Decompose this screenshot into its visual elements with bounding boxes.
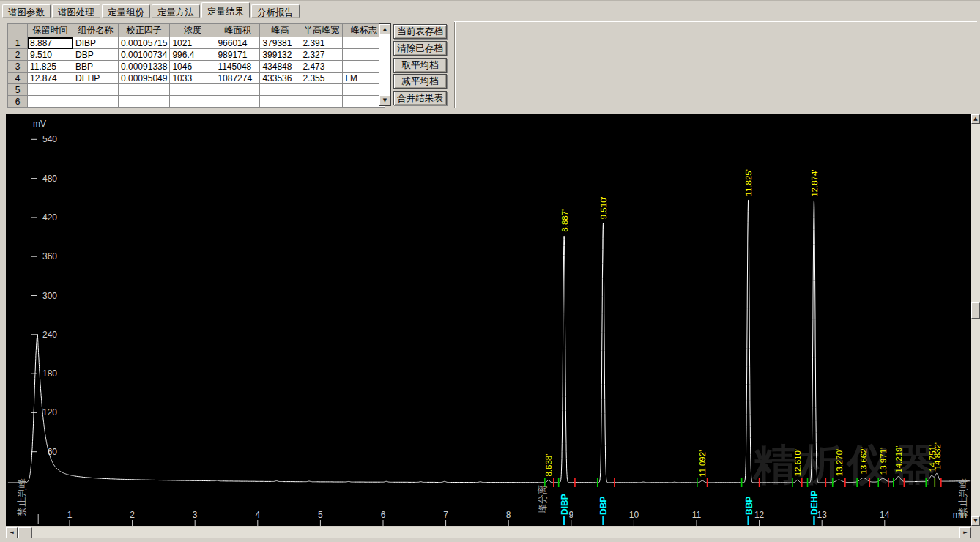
table-cell[interactable]: 434848 bbox=[260, 61, 300, 73]
component-name-label: DBP bbox=[598, 497, 609, 515]
table-cell[interactable]: 2.473 bbox=[300, 61, 343, 73]
row-header[interactable]: 3 bbox=[8, 61, 28, 73]
table-cell[interactable] bbox=[170, 96, 215, 108]
x-axis-tick-label: 1 bbox=[67, 510, 73, 520]
x-axis-tick-label: 5 bbox=[318, 510, 323, 520]
row-header[interactable]: 1 bbox=[8, 37, 28, 49]
x-axis-tick-label: 12 bbox=[754, 510, 765, 520]
table-cell[interactable]: 0.00091338 bbox=[119, 61, 170, 73]
table-cell[interactable]: 1087274 bbox=[215, 73, 260, 84]
table-cell[interactable]: 433536 bbox=[260, 73, 300, 84]
table-corner bbox=[8, 24, 28, 37]
table-cell[interactable]: DEHP bbox=[73, 73, 119, 84]
table-cell[interactable] bbox=[28, 84, 73, 96]
table-scrollbar[interactable]: ▲ ▼ bbox=[379, 23, 391, 106]
tab-quant-method[interactable]: 定量方法 bbox=[152, 4, 200, 18]
table-cell[interactable]: 399132 bbox=[260, 49, 300, 61]
retention-time-label: 12.874' bbox=[810, 169, 819, 196]
y-axis-tick-label: 180 bbox=[42, 368, 57, 379]
table-cell[interactable] bbox=[170, 84, 215, 96]
table-cell[interactable] bbox=[215, 84, 260, 96]
tab-spectrum-params[interactable]: 谱图参数 bbox=[2, 4, 51, 18]
tab-analysis-report[interactable]: 分析报告 bbox=[251, 4, 300, 18]
x-axis-tick-label: 6 bbox=[381, 510, 386, 520]
table-cell[interactable]: 2.355 bbox=[300, 73, 343, 84]
column-header: 保留时间 bbox=[28, 24, 73, 37]
tab-spectrum-processing[interactable]: 谱图处理 bbox=[52, 4, 100, 18]
retention-time-label: 8.887' bbox=[560, 209, 569, 232]
table-cell[interactable]: 379381 bbox=[260, 37, 300, 49]
plot-hscroll-thumb[interactable] bbox=[18, 527, 32, 538]
table-cell[interactable] bbox=[260, 84, 300, 96]
plot-scroll-left-button[interactable]: ◄ bbox=[6, 527, 18, 538]
row-header[interactable]: 6 bbox=[8, 96, 28, 108]
column-header: 浓度 bbox=[170, 24, 215, 37]
button-save-current-table[interactable]: 当前表存档 bbox=[393, 24, 447, 39]
triangle-down-icon: ▼ bbox=[383, 98, 387, 103]
vendor-watermark: 精析仪器 bbox=[751, 440, 940, 488]
button-subtract-average[interactable]: 减平均档 bbox=[393, 74, 447, 89]
chromatography-workstation-window: { "tabs": { "active_index": 4, "items": … bbox=[0, 0, 980, 542]
table-scroll-down-button[interactable]: ▼ bbox=[379, 95, 390, 105]
y-axis-tick-label: 120 bbox=[42, 407, 57, 417]
tab-quant-components[interactable]: 定量组份 bbox=[102, 4, 150, 18]
peak-separation-label: 峰分离 bbox=[537, 485, 548, 513]
table-cell[interactable]: 989171 bbox=[215, 49, 260, 61]
chromatogram-zone: 精析仪器mV6012018024030036042048054012345678… bbox=[0, 111, 980, 542]
plot-vertical-scrollbar[interactable]: ▲ ▼ bbox=[971, 114, 980, 526]
table-cell[interactable]: 9.510 bbox=[28, 49, 73, 61]
table-cell[interactable]: 2.391 bbox=[300, 37, 343, 49]
table-cell[interactable]: 996.4 bbox=[170, 49, 215, 61]
x-axis-tick-label: 4 bbox=[255, 510, 260, 520]
y-axis-tick-label: 240 bbox=[42, 330, 57, 340]
table-cell[interactable]: 966014 bbox=[215, 37, 260, 49]
chromatogram-plot[interactable]: 精析仪器mV6012018024030036042048054012345678… bbox=[6, 114, 971, 526]
table-cell[interactable]: 2.327 bbox=[300, 49, 343, 61]
row-header[interactable]: 2 bbox=[8, 49, 28, 61]
table-cell[interactable] bbox=[73, 84, 119, 96]
table-cell[interactable]: 0.00105715 bbox=[119, 37, 170, 49]
plot-scroll-right-button[interactable]: ► bbox=[959, 527, 971, 538]
triangle-up-icon: ▲ bbox=[383, 27, 387, 32]
table-cell[interactable] bbox=[260, 96, 300, 108]
table-cell[interactable]: 12.874 bbox=[28, 73, 73, 84]
table-cell[interactable]: 1033 bbox=[170, 73, 215, 84]
retention-time-label: 11.825' bbox=[744, 169, 753, 196]
component-name-label: BBP bbox=[744, 497, 754, 515]
plot-horizontal-scrollbar[interactable]: ◄ ► bbox=[6, 527, 971, 538]
triangle-right-icon: ► bbox=[963, 530, 967, 535]
table-cell[interactable]: 1046 bbox=[170, 61, 215, 73]
table-cell[interactable]: 0.00095049 bbox=[119, 73, 170, 84]
button-take-average[interactable]: 取平均档 bbox=[393, 58, 447, 73]
plot-scroll-down-button[interactable]: ▼ bbox=[971, 516, 980, 526]
table-cell[interactable]: 1145048 bbox=[215, 61, 260, 73]
table-cell[interactable] bbox=[28, 96, 73, 108]
table-cell[interactable] bbox=[73, 96, 119, 108]
table-cell[interactable]: 8.887 bbox=[28, 37, 73, 49]
table-cell[interactable] bbox=[215, 96, 260, 108]
retention-time-label: 9.510' bbox=[599, 196, 608, 219]
table-row: 5 bbox=[8, 84, 385, 96]
row-header[interactable]: 5 bbox=[8, 84, 28, 96]
row-header[interactable]: 4 bbox=[8, 73, 28, 84]
plot-vscroll-thumb[interactable] bbox=[971, 302, 980, 319]
table-cell[interactable]: 0.00100734 bbox=[119, 49, 170, 61]
table-cell[interactable] bbox=[300, 84, 343, 96]
table-cell[interactable] bbox=[119, 96, 170, 108]
table-scroll-up-button[interactable]: ▲ bbox=[379, 24, 390, 34]
table-cell[interactable] bbox=[300, 96, 343, 108]
results-table-body: 18.887DIBP0.0010571510219660143793812.39… bbox=[8, 37, 385, 108]
no-peak-zone-label-right: 禁止判峰 bbox=[957, 478, 968, 516]
table-cell[interactable]: DIBP bbox=[73, 37, 119, 49]
table-cell[interactable]: 11.825 bbox=[28, 61, 73, 73]
table-cell[interactable]: 1021 bbox=[170, 37, 215, 49]
button-merge-result-table[interactable]: 合并结果表 bbox=[393, 91, 447, 105]
plot-scroll-up-button[interactable]: ▲ bbox=[971, 114, 980, 124]
table-cell[interactable] bbox=[119, 84, 170, 96]
tab-quant-results[interactable]: 定量结果 bbox=[201, 2, 250, 18]
table-cell[interactable]: DBP bbox=[73, 49, 119, 61]
button-clear-archived[interactable]: 清除已存档 bbox=[393, 41, 447, 56]
table-cell[interactable]: BBP bbox=[73, 61, 119, 73]
y-axis-tick-label: 360 bbox=[42, 251, 57, 261]
x-axis-tick-label: 7 bbox=[443, 510, 448, 520]
